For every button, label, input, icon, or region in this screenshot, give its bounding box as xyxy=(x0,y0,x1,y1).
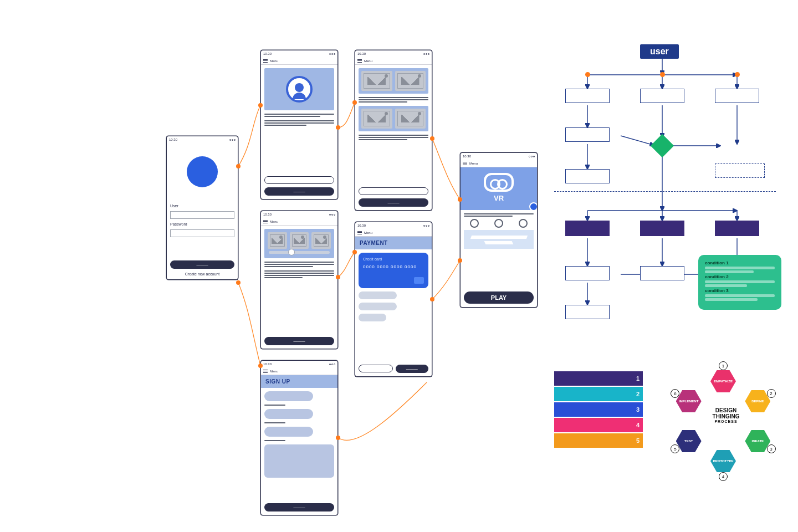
avatar-placeholder-icon xyxy=(187,156,218,187)
form-pill[interactable] xyxy=(359,303,397,310)
friend-avatar-icon[interactable] xyxy=(470,219,479,228)
header-bar: Menu xyxy=(261,57,337,65)
status-time: 10.30 xyxy=(263,213,272,216)
hamburger-icon[interactable] xyxy=(357,231,362,234)
hamburger-icon[interactable] xyxy=(263,220,268,223)
hamburger-icon[interactable] xyxy=(463,162,467,165)
status-bar: 10.30 xyxy=(167,136,238,143)
form-pill[interactable] xyxy=(359,314,386,321)
wireframe-profile[interactable]: 10.30 Menu ——— xyxy=(260,50,338,200)
status-time: 10.30 xyxy=(169,138,177,141)
primary-button[interactable]: ——— xyxy=(264,187,334,196)
card-number: 0000 0000 0000 0000 xyxy=(363,264,424,269)
dt-step-empathize: EMPATHIZE xyxy=(710,370,736,392)
flow-node xyxy=(565,266,610,280)
palette-swatch: 1 xyxy=(554,371,643,386)
flow-node xyxy=(715,89,759,103)
dt-step-number: 5 xyxy=(671,444,679,453)
svg-line-8 xyxy=(621,136,654,145)
status-time: 10.30 xyxy=(263,362,272,366)
status-time: 10.30 xyxy=(357,224,366,227)
palette-swatch: 3 xyxy=(554,402,643,417)
hamburger-icon[interactable] xyxy=(263,59,268,63)
flow-node-filled xyxy=(715,221,759,236)
wireframe-signup[interactable]: 10.30 Menu SIGN UP ——— xyxy=(260,360,338,515)
password-input[interactable] xyxy=(170,229,234,237)
password-label: Password xyxy=(170,222,234,226)
login-button[interactable]: ——— xyxy=(170,260,234,269)
friend-avatar-icon[interactable] xyxy=(494,219,503,228)
dt-step-number: 2 xyxy=(767,389,776,398)
image-placeholder-icon[interactable] xyxy=(395,109,426,129)
flow-node-filled xyxy=(640,221,684,236)
menu-label: Menu xyxy=(270,220,278,223)
hamburger-icon[interactable] xyxy=(357,59,362,63)
text-placeholder xyxy=(464,213,534,217)
color-palette: 12345 xyxy=(554,371,643,449)
text-placeholder xyxy=(264,120,334,126)
palette-swatch: 2 xyxy=(554,387,643,401)
primary-button[interactable]: ——— xyxy=(264,503,334,511)
friend-avatar-icon[interactable] xyxy=(519,219,528,228)
form-pill[interactable] xyxy=(359,291,397,299)
text-placeholder xyxy=(264,262,334,267)
flow-node xyxy=(565,305,610,319)
form-pill[interactable] xyxy=(264,391,313,401)
dt-step-implement: IMPLEMENT xyxy=(676,390,702,412)
wireframe-vr[interactable]: 10.30 Menu VR PLAY xyxy=(460,152,538,308)
card-label: Credit card xyxy=(363,257,424,261)
dt-step-test: TEST xyxy=(676,430,702,452)
status-bar: 10.30 xyxy=(261,361,337,367)
wireframe-grid[interactable]: 10.30 Menu ——— xyxy=(355,50,432,211)
create-account-link[interactable]: Create new account xyxy=(170,272,234,276)
primary-button[interactable]: ——— xyxy=(396,365,429,373)
wireframe-slider[interactable]: 10.30 Menu ——— xyxy=(260,211,338,349)
primary-button[interactable]: ——— xyxy=(359,198,428,207)
flow-node-filled xyxy=(565,221,610,236)
label xyxy=(264,405,334,406)
user-badge-icon xyxy=(529,202,538,211)
wireframe-login[interactable]: 10.30 User Password ——— Create new accou… xyxy=(166,136,238,280)
flow-node xyxy=(565,127,610,142)
menu-label: Menu xyxy=(469,162,478,165)
status-bar: 10.30 xyxy=(355,222,432,229)
user-input[interactable] xyxy=(170,211,234,219)
map-preview[interactable] xyxy=(464,230,534,249)
text-placeholder xyxy=(359,135,428,140)
dt-step-number: 6 xyxy=(671,389,679,398)
play-button[interactable]: PLAY xyxy=(464,291,534,304)
wireframe-payment[interactable]: 10.30 Menu PAYMENT Credit card 0000 0000… xyxy=(355,222,432,377)
header-bar: Menu xyxy=(261,367,337,375)
palette-swatch: 5 xyxy=(554,433,643,448)
flow-node xyxy=(640,266,684,280)
image-placeholder-icon xyxy=(290,232,309,249)
form-pill[interactable] xyxy=(264,409,313,419)
textarea[interactable] xyxy=(264,444,334,478)
legend-item: condition 3 xyxy=(705,288,775,293)
slider[interactable] xyxy=(269,251,330,254)
header-bar: Menu xyxy=(461,160,537,167)
secondary-button[interactable] xyxy=(359,187,428,195)
status-bar: 10.30 xyxy=(355,50,432,57)
primary-button[interactable]: ——— xyxy=(264,337,334,345)
hamburger-icon[interactable] xyxy=(263,370,268,373)
dt-step-number: 4 xyxy=(719,472,728,481)
secondary-button[interactable] xyxy=(359,365,393,372)
secondary-button[interactable] xyxy=(264,176,334,184)
image-placeholder-icon[interactable] xyxy=(361,71,392,91)
form-pill[interactable] xyxy=(264,427,313,437)
text-placeholder xyxy=(264,114,334,117)
image-placeholder-icon[interactable] xyxy=(395,71,426,91)
dt-step-number: 3 xyxy=(767,444,776,453)
status-time: 10.30 xyxy=(357,52,366,55)
image-placeholder-icon[interactable] xyxy=(361,109,392,129)
header-bar: Menu xyxy=(355,229,432,237)
palette-swatch: 4 xyxy=(554,418,643,432)
label xyxy=(264,440,334,441)
flow-node-dashed xyxy=(715,163,765,178)
image-placeholder-icon xyxy=(268,232,287,249)
legend-item: condition 2 xyxy=(705,274,775,279)
menu-label: Menu xyxy=(364,231,372,234)
credit-card[interactable]: Credit card 0000 0000 0000 0000 xyxy=(359,253,428,288)
dt-step-prototype: PROTOTYPE xyxy=(710,450,736,472)
